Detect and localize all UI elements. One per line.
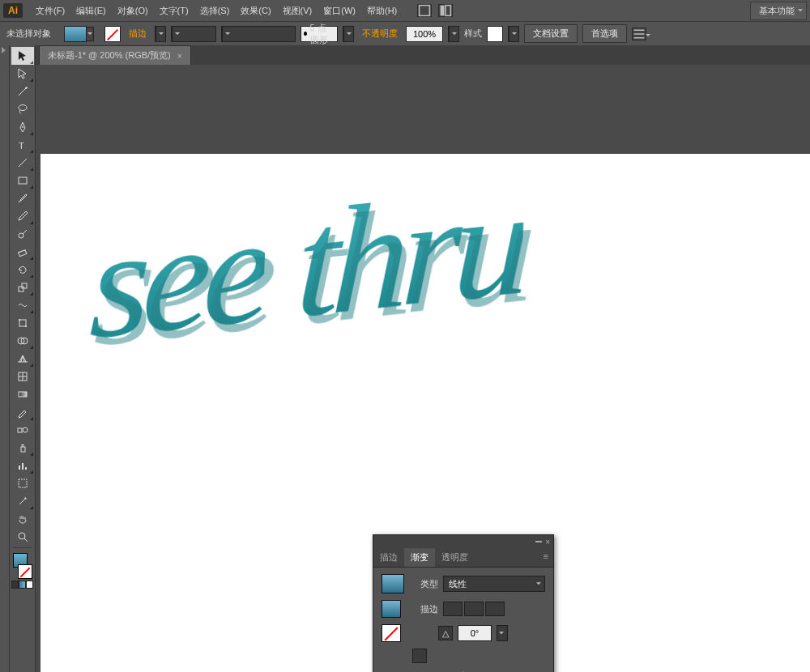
gradient-panel[interactable]: × 描边 渐变 透明度 ≡ 类型 线性 [373,534,554,672]
doc-setup-button[interactable]: 文档设置 [524,24,578,43]
type-label: 类型 [411,578,438,590]
panel-stroke-swatch[interactable] [382,624,401,642]
app-logo: Ai [3,3,23,18]
graphic-style-swatch[interactable] [487,26,503,42]
tab-gradient[interactable]: 渐变 [404,548,435,567]
direct-selection-tool[interactable] [11,65,34,83]
selection-tool[interactable] [11,47,34,65]
fill-dropdown-icon[interactable] [86,27,94,41]
rectangle-tool[interactable] [11,172,34,189]
hand-tool[interactable] [11,510,34,528]
panel-tabs: 描边 渐变 透明度 ≡ [373,548,553,568]
main-area: T 未标题-1* @ 200% (RGB/预览) × [0,45,810,672]
panel-stroke-label: 描边 [411,603,438,615]
canvas-viewport[interactable]: seethru × 描边 渐变 透明度 ≡ [36,65,810,672]
document-tabbar: 未标题-1* @ 200% (RGB/预览) × [36,45,810,65]
document-tab[interactable]: 未标题-1* @ 200% (RGB/预览) × [39,45,191,65]
pencil-tool[interactable] [11,207,34,225]
style-label: 样式 [464,28,482,40]
zoom-tool[interactable] [11,528,34,546]
free-transform-tool[interactable] [11,314,34,332]
svg-rect-10 [18,250,26,257]
angle-input[interactable]: 0° [458,625,492,641]
svg-point-21 [23,427,28,432]
svg-rect-11 [19,287,23,291]
brush-def-dropdown[interactable] [221,26,296,42]
color-mode-strip[interactable] [11,581,34,590]
svg-line-7 [19,159,27,167]
shape-builder-tool[interactable] [11,332,34,350]
arrange-docs-icon[interactable] [417,4,432,17]
panel-menu-icon[interactable]: ≡ [539,548,553,567]
panel-header[interactable]: × [373,535,553,548]
preferences-button[interactable]: 首选项 [582,24,627,43]
align-flyout-icon[interactable] [632,28,646,40]
eyedropper-tool[interactable] [11,403,34,421]
style-dropdown[interactable] [508,26,519,42]
fill-swatch[interactable] [64,26,87,42]
width-tool[interactable] [11,296,34,314]
blend-tool[interactable] [11,421,34,439]
screen-mode-icon[interactable] [438,4,453,17]
tab-stroke[interactable]: 描边 [373,548,404,567]
scale-tool[interactable] [11,279,34,296]
svg-rect-1 [441,6,445,16]
stroke-weight-stepper[interactable] [155,26,166,42]
svg-rect-2 [446,6,450,16]
gradient-type-select[interactable]: 线性 [443,576,545,592]
aspect-lock-icon[interactable] [412,649,427,663]
type-tool[interactable]: T [11,136,34,154]
line-tool[interactable] [11,154,34,172]
menu-view[interactable]: 视图(V) [278,2,318,19]
angle-dropdown[interactable] [497,625,508,641]
symbol-sprayer-tool[interactable] [11,439,34,457]
svg-rect-12 [22,283,27,288]
left-dock-strip[interactable] [0,45,10,672]
tab-close-icon[interactable]: × [177,51,182,61]
menu-type[interactable]: 文字(T) [155,2,194,19]
menu-edit[interactable]: 编辑(E) [71,2,111,19]
opacity-input[interactable]: 100% [406,26,443,42]
perspective-grid-tool[interactable] [11,350,34,368]
stroke-profile-dropdown[interactable] [343,26,354,42]
svg-rect-25 [25,467,27,470]
paintbrush-tool[interactable] [11,189,34,207]
menu-file[interactable]: 文件(F) [31,2,70,19]
gradient-preview-swatch[interactable] [382,574,404,593]
column-graph-tool[interactable] [11,457,34,474]
magic-wand-tool[interactable] [11,83,34,100]
stroke-gradient-buttons[interactable] [443,602,505,616]
stroke-swatch[interactable] [104,26,121,42]
svg-point-15 [25,325,27,327]
panel-close-icon[interactable]: × [545,538,550,547]
svg-rect-22 [21,447,25,452]
svg-rect-20 [18,428,22,432]
artboard-tool[interactable] [11,474,34,492]
stroke-profile-input[interactable]: 5 点圆形 [301,26,338,42]
menu-bar: Ai 文件(F) 编辑(E) 对象(O) 文字(T) 选择(S) 效果(C) 视… [0,0,810,21]
panel-fill-swatch[interactable] [382,600,401,618]
eraser-tool[interactable] [11,243,34,261]
slice-tool[interactable] [11,492,34,510]
opacity-dropdown[interactable] [448,26,459,42]
tab-transparency[interactable]: 透明度 [435,548,475,567]
rotate-tool[interactable] [11,261,34,279]
collapse-icon[interactable] [535,541,542,542]
menu-window[interactable]: 窗口(W) [318,2,360,19]
pen-tool[interactable] [11,118,34,136]
gradient-tool[interactable] [11,385,34,403]
svg-point-27 [19,533,25,539]
menu-select[interactable]: 选择(S) [195,2,235,19]
menu-object[interactable]: 对象(O) [113,2,153,19]
mesh-tool[interactable] [11,368,34,385]
workspace-switcher[interactable]: 基本功能 [750,2,807,20]
lasso-tool[interactable] [11,100,34,118]
menu-help[interactable]: 帮助(H) [362,2,402,19]
document-area: 未标题-1* @ 200% (RGB/预览) × seethru × 描边 渐变… [36,45,810,672]
toolbox: T [10,45,36,672]
stroke-weight-dropdown[interactable] [171,26,216,42]
stroke-box-icon[interactable] [18,564,32,579]
fill-stroke-indicator[interactable] [11,553,34,579]
blob-brush-tool[interactable] [11,225,34,243]
menu-effect[interactable]: 效果(C) [236,2,275,19]
